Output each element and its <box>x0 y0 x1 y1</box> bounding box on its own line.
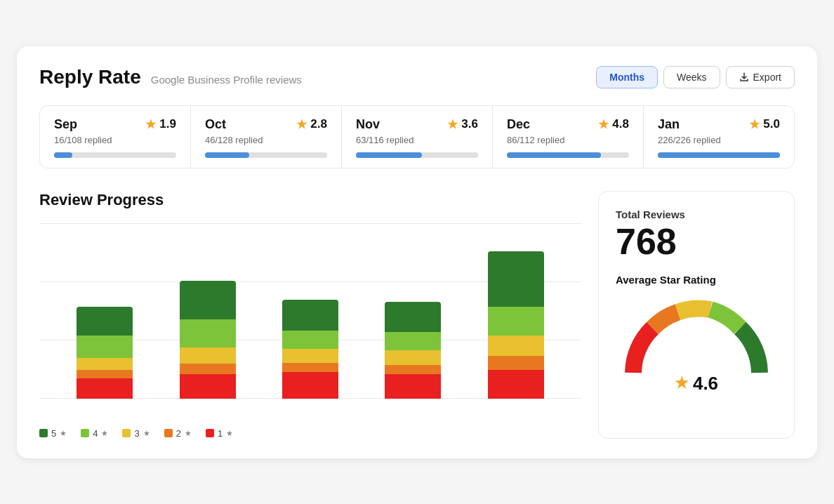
legend-item: 4 ★ <box>81 428 108 439</box>
bar-seg-3 <box>488 336 544 356</box>
month-header: Jan ★5.0 <box>658 117 780 132</box>
legend-label: 3 <box>134 428 139 439</box>
legend-dot <box>122 429 131 437</box>
star-icon: ★ <box>145 117 156 132</box>
month-replied: 86/112 replied <box>507 135 629 145</box>
bar-seg-3 <box>77 358 133 370</box>
month-name: Sep <box>54 117 77 132</box>
bar-seg-5 <box>385 302 441 332</box>
chart-legend: 5 ★ 4 ★ 3 ★ 2 ★ 1 ★ <box>39 428 581 439</box>
bar-seg-2 <box>385 365 441 374</box>
month-replied: 63/116 replied <box>356 135 478 145</box>
stacked-bar <box>77 307 133 398</box>
stacked-bar <box>282 300 338 398</box>
month-rating: ★5.0 <box>749 117 780 132</box>
legend-label: 5 <box>51 428 56 439</box>
month-card: Dec ★4.8 86/112 replied <box>493 106 644 168</box>
month-rating: ★1.9 <box>145 117 176 132</box>
progress-bar-bg <box>356 152 478 158</box>
stats-panel: Total Reviews 768 Average Star Rating <box>598 191 795 439</box>
header-subtitle: Google Business Profile reviews <box>151 74 302 86</box>
progress-bar-fill <box>356 152 422 158</box>
progress-bar-fill <box>507 152 601 158</box>
total-reviews-value: 768 <box>616 223 677 260</box>
progress-bar-fill <box>54 152 72 158</box>
months-toggle[interactable]: Months <box>596 66 658 88</box>
legend-item: 2 ★ <box>164 428 192 439</box>
export-icon <box>739 72 749 82</box>
star-icon: ★ <box>447 117 458 132</box>
progress-bar-fill <box>205 152 249 158</box>
gauge-star-icon: ★ <box>675 374 689 392</box>
legend-item: 3 ★ <box>122 428 150 439</box>
star-icon: ★ <box>296 117 307 132</box>
month-card: Oct ★2.8 46/128 replied <box>191 106 342 168</box>
month-name: Oct <box>205 117 226 132</box>
month-name: Nov <box>356 117 380 132</box>
month-cards: Sep ★1.9 16/108 replied Oct ★2.8 46/128 … <box>39 105 795 168</box>
bar-group <box>77 307 133 398</box>
legend-label: 1 <box>218 428 223 439</box>
bar-group <box>180 281 236 399</box>
bar-seg-5 <box>77 307 133 336</box>
bar-chart <box>39 223 581 420</box>
weeks-toggle[interactable]: Weeks <box>663 66 720 88</box>
month-header: Nov ★3.6 <box>356 117 478 132</box>
month-replied: 16/108 replied <box>54 135 176 145</box>
export-button[interactable]: Export <box>726 66 795 88</box>
stacked-bar <box>385 302 441 399</box>
bar-seg-5 <box>282 300 338 330</box>
bar-seg-5 <box>180 281 236 319</box>
bar-seg-4 <box>282 331 338 349</box>
bar-seg-2 <box>282 363 338 372</box>
dashboard: Reply Rate Google Business Profile revie… <box>17 46 817 458</box>
lower-section: Review Progress 5 ★ 4 ★ 3 ★ 2 ★ 1 <box>39 191 795 439</box>
month-header: Oct ★2.8 <box>205 117 327 132</box>
legend-item: 5 ★ <box>39 428 67 439</box>
bar-seg-1 <box>77 378 133 399</box>
month-card: Sep ★1.9 16/108 replied <box>40 106 191 168</box>
bar-seg-4 <box>77 336 133 358</box>
total-reviews-label: Total Reviews <box>616 208 685 220</box>
svg-point-0 <box>650 326 743 380</box>
legend-dot <box>206 429 214 437</box>
stacked-bar <box>488 251 544 399</box>
progress-bar-bg <box>507 152 629 158</box>
progress-bar-bg <box>205 152 327 158</box>
bar-seg-2 <box>180 364 236 373</box>
legend-star: ★ <box>101 429 108 438</box>
header-controls: Months Weeks Export <box>596 66 795 88</box>
header: Reply Rate Google Business Profile revie… <box>39 66 795 88</box>
month-replied: 46/128 replied <box>205 135 327 145</box>
bar-seg-2 <box>488 356 544 370</box>
gauge-container: ★ 4.6 <box>616 296 777 394</box>
progress-bar-fill <box>658 152 780 158</box>
star-icon: ★ <box>598 117 609 132</box>
gauge-svg <box>619 296 774 380</box>
avg-star-label: Average Star Rating <box>616 274 716 286</box>
legend-star: ★ <box>143 429 150 438</box>
month-card: Nov ★3.6 63/116 replied <box>342 106 493 168</box>
bar-seg-1 <box>488 370 544 399</box>
gauge-value: ★ 4.6 <box>675 373 718 394</box>
legend-dot <box>81 429 89 437</box>
page-title: Reply Rate <box>39 66 141 88</box>
bar-seg-4 <box>385 332 441 350</box>
legend-star: ★ <box>185 429 192 438</box>
month-name: Dec <box>507 117 530 132</box>
header-left: Reply Rate Google Business Profile revie… <box>39 66 302 88</box>
avg-star-value: 4.6 <box>693 373 718 394</box>
bar-seg-3 <box>282 349 338 363</box>
legend-item: 1 ★ <box>206 428 233 439</box>
legend-dot <box>164 429 173 437</box>
bar-seg-4 <box>180 319 236 348</box>
bar-group <box>488 251 544 399</box>
legend-label: 2 <box>176 428 181 439</box>
bar-seg-5 <box>488 251 544 307</box>
stacked-bar <box>180 281 236 399</box>
month-rating: ★3.6 <box>447 117 478 132</box>
bar-seg-1 <box>385 374 441 399</box>
month-name: Jan <box>658 117 680 132</box>
progress-bar-bg <box>658 152 780 158</box>
bar-group <box>282 300 338 398</box>
